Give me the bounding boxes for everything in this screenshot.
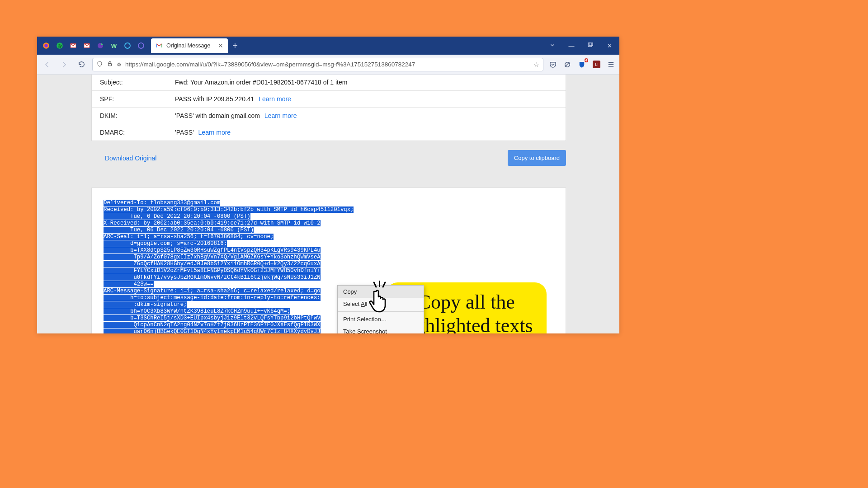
forward-button[interactable] — [58, 61, 71, 69]
ublock-ext-icon[interactable]: u — [591, 60, 601, 70]
page-content: Subject: Fwd: Your Amazon.in order #D01-… — [37, 75, 619, 333]
ctx-select-all-label: Select All — [343, 300, 367, 307]
pinned-circle-icon[interactable] — [121, 39, 134, 52]
row-dkim: DKIM: 'PASS' with domain gmail.com Learn… — [92, 108, 566, 124]
spf-label: SPF: — [92, 91, 167, 108]
svg-rect-10 — [588, 43, 592, 47]
ctx-print-label: Print Selection… — [343, 316, 387, 323]
ctx-screenshot[interactable]: Take Screenshot — [338, 325, 424, 333]
row-spf: SPF: PASS with IP 209.85.220.41 Learn mo… — [92, 91, 566, 108]
download-original-link[interactable]: Download Original — [91, 155, 156, 162]
spotify-icon[interactable] — [53, 39, 66, 52]
message-info-card: Subject: Fwd: Your Amazon.in order #D01-… — [91, 75, 566, 141]
gmail-favicon-icon — [156, 42, 163, 49]
spf-value: PASS with IP 209.85.220.41 Learn more — [167, 91, 566, 108]
titlebar: w Original Message ✕ + — ✕ — [37, 37, 619, 55]
app-menu-icon[interactable] — [606, 60, 616, 70]
dmarc-label: DMARC: — [92, 124, 167, 141]
toolbar-extensions: 4 u — [548, 60, 616, 70]
bookmark-star-icon[interactable]: ☆ — [533, 61, 539, 68]
gmail-icon[interactable] — [67, 39, 80, 52]
pinned-app-icon[interactable] — [94, 39, 107, 52]
active-tab[interactable]: Original Message ✕ — [151, 38, 228, 53]
bitwarden-ext-icon[interactable]: 4 — [577, 60, 587, 70]
back-button[interactable] — [41, 61, 53, 69]
pocket-icon[interactable] — [548, 60, 558, 70]
address-bar[interactable]: ⚙ https://mail.google.com/mail/u/0/?ik=7… — [92, 58, 543, 71]
browser-window: w Original Message ✕ + — ✕ — [37, 37, 619, 333]
learn-more-link[interactable]: Learn more — [259, 95, 291, 103]
svg-point-1 — [44, 44, 48, 47]
pinned-circle-icon-2[interactable] — [135, 39, 147, 52]
gmail-icon-2[interactable] — [80, 39, 93, 52]
learn-more-link[interactable]: Learn more — [198, 129, 231, 136]
ctx-copy-label: Copy — [343, 288, 357, 295]
actions-row: Download Original Copy to clipboard — [91, 150, 566, 166]
pinned-tabs: w — [40, 39, 147, 52]
close-tab-icon[interactable]: ✕ — [218, 42, 223, 49]
new-tab-button[interactable]: + — [232, 41, 238, 51]
dkim-value: 'PASS' with domain gmail.com Learn more — [167, 108, 566, 124]
firefox-icon[interactable] — [40, 39, 52, 52]
close-window-button[interactable]: ✕ — [602, 42, 617, 49]
ctx-screenshot-label: Take Screenshot — [343, 328, 387, 333]
window-controls: — ✕ — [545, 42, 617, 50]
permissions-icon[interactable]: ⚙ — [117, 61, 122, 68]
tabs-list-icon[interactable] — [545, 42, 560, 50]
row-subject: Subject: Fwd: Your Amazon.in order #D01-… — [92, 75, 566, 91]
pinned-w-icon[interactable]: w — [108, 39, 120, 52]
svg-rect-12 — [108, 63, 112, 66]
row-dmarc: DMARC: 'PASS' Learn more — [92, 124, 566, 141]
lock-icon[interactable] — [107, 61, 113, 68]
dmarc-value: 'PASS' Learn more — [167, 124, 566, 141]
subject-value: Fwd: Your Amazon.in order #D01-1982051-0… — [167, 75, 566, 91]
shield-icon[interactable] — [96, 61, 103, 69]
copy-to-clipboard-button[interactable]: Copy to clipboard — [508, 150, 566, 166]
svg-point-8 — [138, 43, 144, 48]
svg-point-7 — [125, 43, 130, 48]
minimize-button[interactable]: — — [564, 42, 579, 49]
dkim-label: DKIM: — [92, 108, 167, 124]
learn-more-link[interactable]: Learn more — [264, 112, 297, 119]
tab-title: Original Message — [166, 42, 210, 49]
url-text: https://mail.google.com/mail/u/0/?ik=738… — [125, 61, 530, 68]
extension-icon[interactable] — [562, 60, 572, 70]
ctx-print[interactable]: Print Selection… — [338, 313, 424, 325]
reload-button[interactable] — [75, 61, 88, 68]
svg-point-6 — [101, 43, 103, 45]
toolbar: ⚙ https://mail.google.com/mail/u/0/?ik=7… — [37, 55, 619, 75]
maximize-button[interactable] — [583, 42, 598, 49]
subject-label: Subject: — [92, 75, 167, 91]
info-table: Subject: Fwd: Your Amazon.in order #D01-… — [92, 75, 566, 141]
